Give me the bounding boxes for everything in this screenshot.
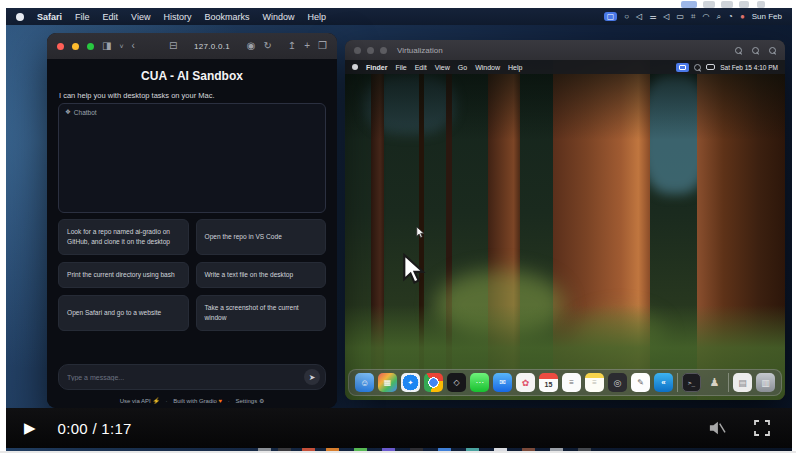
vm-zoom-button[interactable] [380,47,387,54]
dock-launchpad-icon[interactable]: ▦ [378,373,397,392]
menu-item-edit[interactable]: Edit [103,12,119,22]
vm-screen-mirroring-icon[interactable] [676,63,689,72]
browser-chrome-fragment-icon [703,1,715,8]
send-button[interactable]: ➤ [304,369,320,385]
dock-mail-icon[interactable]: ✉ [493,373,512,392]
vm-menu-window[interactable]: Window [475,64,500,71]
message-input[interactable] [67,374,304,381]
stage-manager-icon[interactable]: ⚌ [649,12,656,21]
wifi-icon[interactable]: ◠ [703,12,710,21]
suggestion-take-screenshot[interactable]: Take a screenshot of the current window [196,295,327,331]
settings-gear-icon: ⚙ [259,398,264,404]
vm-titlebar[interactable]: Virtualization [345,40,785,60]
apple-logo-icon[interactable] [16,13,24,21]
vm-menu-finder[interactable]: Finder [366,64,387,71]
back-icon[interactable]: ‹ [132,41,135,51]
vm-menu-view[interactable]: View [435,64,450,71]
screen-mirroring-icon[interactable]: ▢ [604,12,618,21]
suggestion-print-directory[interactable]: Print the current directory using bash [58,262,189,288]
spotlight-icon[interactable]: ⌕ [717,12,721,22]
suggestion-grid: Look for a repo named ai-gradio on GitHu… [58,219,326,331]
suggestion-open-vscode[interactable]: Open the repo in VS Code [196,219,327,255]
built-with-gradio-link[interactable]: Built with Gradio [173,398,217,404]
browser-chrome-fragment-icon [739,1,749,8]
gradio-footer: Use via API ⚡ · Built with Gradio ♥ · Se… [47,397,337,404]
sidebar-icon[interactable]: ◨ [102,41,111,51]
dock-document-icon[interactable]: ▤ [733,373,752,392]
dock-safari-icon[interactable]: ✦ [401,373,420,392]
fullscreen-icon[interactable] [754,420,770,436]
dock-trash-icon[interactable]: ▥ [756,373,775,392]
browser-chrome-fragment-icon [681,1,697,8]
menu-item-help[interactable]: Help [307,12,326,22]
user-icon[interactable]: ◔ [728,12,733,21]
vm-apple-logo-icon[interactable] [352,64,358,70]
vm-close-button[interactable] [354,47,361,54]
video-time: 0:00 / 1:17 [58,420,132,437]
vm-menu-help[interactable]: Help [508,64,522,71]
video-player[interactable]: Safari File Edit View History Bookmarks … [6,8,792,451]
menu-item-safari[interactable]: Safari [37,12,62,22]
volume-2-icon[interactable]: ◁ [663,12,669,21]
page-format-icon[interactable]: ⊟ [169,41,177,51]
dock-terminal-icon[interactable]: >_ [682,373,701,392]
reload-icon[interactable]: ↻ [263,41,271,51]
record-icon[interactable]: ● [740,12,745,21]
dock-calendar-icon[interactable]: 15 [539,373,558,392]
privacy-icon[interactable]: ◉ [247,41,256,51]
dock-cube-app-icon[interactable]: ◇ [447,373,466,392]
suggestion-write-file[interactable]: Write a text file on the desktop [196,262,327,288]
dock-reminders-icon[interactable]: ≡ [562,373,581,392]
host-clock[interactable]: Sun Feb [752,12,782,21]
menu-item-bookmarks[interactable]: Bookmarks [204,12,249,22]
page-frame-right [792,0,796,453]
menu-item-history[interactable]: History [163,12,191,22]
browser-chrome-fragment-icon [757,1,765,8]
keyboard-icon[interactable]: ⌗ [691,12,696,22]
mute-icon[interactable] [708,420,726,436]
menu-item-view[interactable]: View [131,12,150,22]
settings-link[interactable]: Settings [236,398,258,404]
suggestion-open-safari[interactable]: Open Safari and go to a website [58,295,189,331]
battery-icon[interactable]: ▭ [677,12,685,21]
vm-menu-go[interactable]: Go [458,64,467,71]
dock-photos-icon[interactable]: ✿ [516,373,535,392]
gradio-page: CUA - AI Sandbox I can help you with des… [47,59,337,408]
safari-titlebar[interactable]: ◨ ˅ ‹ ⊟ 127.0.0.1 ◉ ↻ ↥ + ❐ [47,33,337,59]
minimize-button[interactable] [72,43,79,50]
menu-item-file[interactable]: File [75,12,90,22]
tab-overview-icon[interactable]: ❐ [318,41,327,51]
volume-icon[interactable]: ◁ [636,12,642,21]
close-button[interactable] [57,43,64,50]
vm-clock[interactable]: Sat Feb 15 4:10 PM [720,64,778,71]
dock-chrome-icon[interactable] [424,373,443,392]
vm-spotlight-icon[interactable] [694,64,701,71]
vm-window-title: Virtualization [397,46,443,55]
zoom-in-icon[interactable] [769,47,776,54]
page-subtitle: I can help you with desktop tasks on you… [59,91,215,100]
dock-spiral-app-icon[interactable]: ◎ [608,373,627,392]
dock-finder-icon[interactable]: ☺ [355,373,374,392]
vm-menu-edit[interactable]: Edit [415,64,427,71]
chevron-down-icon[interactable]: ˅ [119,43,123,50]
address-bar[interactable]: 127.0.0.1 [185,42,238,51]
play-button[interactable]: ▶ [24,419,36,437]
zoom-button[interactable] [87,43,94,50]
zoom-out-icon[interactable] [735,47,742,54]
siri-icon[interactable]: ○ [624,12,629,21]
vm-control-center-icon[interactable] [706,64,715,70]
new-tab-icon[interactable]: + [304,41,310,51]
dock-figurine-app-icon[interactable]: ♟ [705,373,724,392]
use-via-api-link[interactable]: Use via API [120,398,151,404]
vm-menu-file[interactable]: File [395,64,406,71]
menu-item-window[interactable]: Window [262,12,294,22]
page-title: CUA - AI Sandbox [47,69,337,83]
vm-minimize-button[interactable] [367,47,374,54]
share-icon[interactable]: ↥ [288,41,296,51]
dock-textedit-icon[interactable]: ✎ [631,373,650,392]
dock-messages-icon[interactable]: ⋯ [470,373,489,392]
zoom-reset-icon[interactable] [752,47,759,54]
suggestion-clone-repo[interactable]: Look for a repo named ai-gradio on GitHu… [58,219,189,255]
dock-vscode-icon[interactable]: « [654,373,673,392]
dock-notes-icon[interactable]: ≡ [585,373,604,392]
